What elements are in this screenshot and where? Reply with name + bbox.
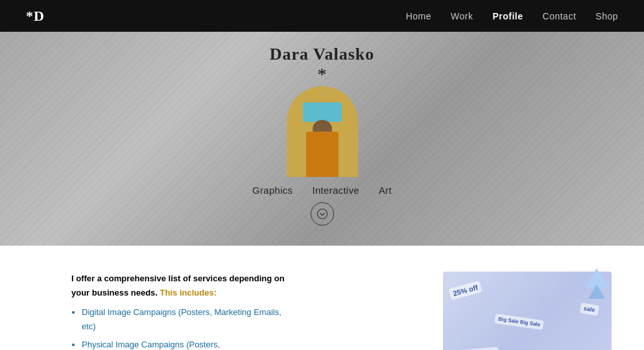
services-list: Digital Image Campaigns (Posters, Market…	[71, 305, 292, 350]
nav-menu: Home Work Profile Contact Shop	[406, 10, 618, 22]
content-image-area: 25% off sale 50% OFF Big Sale Big Sale 7…	[318, 272, 612, 350]
card-25off: 25% off	[449, 281, 483, 300]
hero-arch-image	[287, 86, 358, 177]
site-logo[interactable]: *D	[26, 8, 45, 25]
nav-item-work[interactable]: Work	[451, 10, 473, 22]
blue-shape	[303, 102, 342, 122]
hero-asterisk: *	[318, 65, 327, 84]
nav-item-home[interactable]: Home	[406, 10, 431, 22]
category-interactive[interactable]: Interactive	[312, 185, 359, 196]
category-graphics[interactable]: Graphics	[252, 185, 292, 196]
hero-title: Dara Valasko	[270, 45, 375, 64]
content-section: I offer a comprehensive list of services…	[0, 246, 644, 350]
scroll-down-button[interactable]	[311, 202, 334, 226]
hero-section: Dara Valasko * Graphics Interactive Art	[0, 32, 644, 246]
card-bigsale: Big Sale Big Sale	[494, 314, 544, 330]
nav-item-profile[interactable]: Profile	[492, 10, 523, 22]
card-sale: sale	[580, 303, 599, 316]
nav-item-shop[interactable]: Shop	[595, 10, 618, 22]
services-text: I offer a comprehensive list of services…	[71, 272, 292, 350]
category-art[interactable]: Art	[379, 185, 392, 196]
hero-categories: Graphics Interactive Art	[252, 185, 392, 196]
person-figure	[296, 106, 348, 177]
card-50off: 50% OFF	[455, 347, 499, 350]
chevron-down-icon	[316, 208, 328, 220]
intro-end: This includes:	[160, 288, 217, 298]
person-body	[306, 132, 339, 177]
list-item: Digital Image Campaigns (Posters, Market…	[82, 305, 292, 334]
list-item: Physical Image Campaigns (Posters, Newsp…	[82, 338, 292, 350]
nav-item-contact[interactable]: Contact	[543, 10, 577, 22]
navbar: *D Home Work Profile Contact Shop	[0, 0, 644, 32]
svg-point-0	[317, 209, 327, 219]
